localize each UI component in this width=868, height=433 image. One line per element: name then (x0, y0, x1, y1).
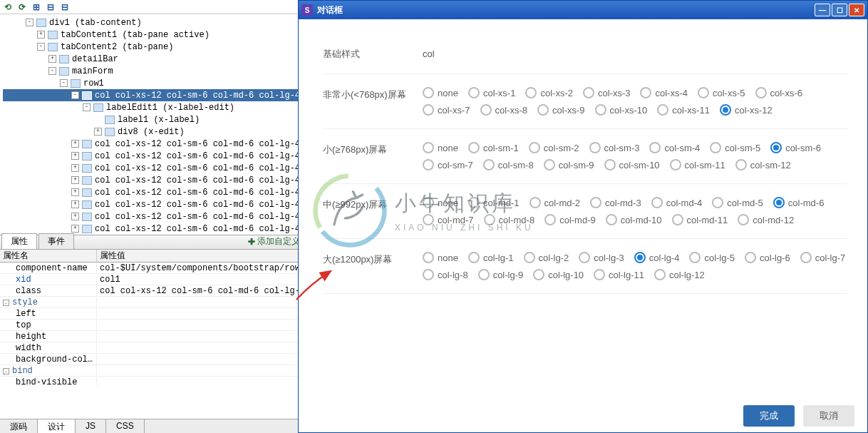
component-tree[interactable]: -div1 (tab-content)+tabContent1 (tab-pan… (0, 14, 313, 235)
radio-md-none[interactable]: none (423, 197, 458, 208)
radio-md-col-md-9[interactable]: col-md-9 (544, 214, 596, 225)
radio-xs-col-xs-4[interactable]: col-xs-4 (640, 87, 688, 98)
property-row[interactable]: classcol col-xs-12 col-sm-6 col-md-6 col… (0, 285, 313, 297)
radio-lg-col-lg-1[interactable]: col-lg-1 (468, 252, 514, 263)
property-value[interactable]: col1 (97, 275, 313, 285)
radio-xs-col-xs-2[interactable]: col-xs-2 (525, 87, 573, 98)
radio-lg-col-lg-5[interactable]: col-lg-5 (689, 252, 735, 263)
tab-js[interactable]: JS (76, 419, 106, 433)
radio-sm-col-sm-1[interactable]: col-sm-1 (468, 142, 519, 153)
radio-lg-col-lg-6[interactable]: col-lg-6 (745, 252, 790, 263)
tree-node[interactable]: +div8 (x-edit) (3, 126, 313, 138)
tree-node[interactable]: +col col-xs-12 col-sm-6 col-md-6 col-lg-… (3, 162, 313, 174)
radio-lg-col-lg-2[interactable]: col-lg-2 (524, 252, 569, 263)
group-toggle-icon[interactable]: - (3, 300, 9, 306)
collapse-toggle-icon[interactable]: - (60, 79, 68, 87)
tab-css[interactable]: CSS (106, 419, 145, 433)
radio-md-col-md-7[interactable]: col-md-7 (423, 214, 474, 225)
radio-md-col-md-11[interactable]: col-md-11 (672, 214, 728, 225)
minimize-button[interactable]: — (815, 4, 830, 16)
cancel-button[interactable]: 取消 (803, 405, 854, 427)
tree-node[interactable]: +col col-xs-12 col-sm-6 col-md-6 col-lg-… (3, 150, 313, 162)
property-row[interactable]: -bind (0, 365, 313, 377)
tree-node[interactable]: +col col-xs-12 col-sm-6 col-md-6 col-lg-… (3, 174, 313, 186)
radio-sm-col-sm-9[interactable]: col-sm-9 (544, 159, 594, 170)
expand-icon[interactable]: ⊞ (31, 2, 41, 12)
radio-md-col-md-4[interactable]: col-md-4 (651, 197, 703, 208)
radio-sm-col-sm-6[interactable]: col-sm-6 (770, 142, 821, 153)
tree-node[interactable]: +col col-xs-12 col-sm-6 col-md-6 col-lg-… (3, 210, 313, 223)
collapse-toggle-icon[interactable]: - (83, 103, 91, 111)
property-row[interactable]: width (0, 342, 313, 354)
radio-md-col-md-5[interactable]: col-md-5 (712, 197, 763, 208)
radio-xs-col-xs-6[interactable]: col-xs-6 (755, 87, 803, 98)
radio-sm-none[interactable]: none (423, 142, 458, 153)
tab-events[interactable]: 事件 (38, 233, 74, 249)
radio-md-col-md-2[interactable]: col-md-2 (529, 197, 581, 208)
radio-xs-col-xs-8[interactable]: col-xs-8 (480, 104, 528, 116)
radio-lg-col-lg-11[interactable]: col-lg-11 (594, 269, 644, 280)
tree-node[interactable]: label1 (x-label) (3, 113, 313, 126)
radio-lg-col-lg-9[interactable]: col-lg-9 (478, 269, 524, 280)
radio-xs-col-xs-12[interactable]: col-xs-12 (720, 104, 773, 116)
expand-toggle-icon[interactable]: + (71, 164, 79, 172)
radio-sm-col-sm-10[interactable]: col-sm-10 (604, 159, 660, 170)
radio-xs-col-xs-7[interactable]: col-xs-7 (423, 104, 470, 116)
radio-sm-col-sm-8[interactable]: col-sm-8 (483, 159, 534, 170)
radio-md-col-md-10[interactable]: col-md-10 (606, 214, 662, 225)
tree-node[interactable]: -tabContent2 (tab-pane) (3, 41, 313, 53)
radio-sm-col-sm-3[interactable]: col-sm-3 (589, 142, 640, 153)
property-grid[interactable]: component-namecol-$UI/system/components/… (0, 263, 313, 385)
radio-sm-col-sm-5[interactable]: col-sm-5 (710, 142, 760, 153)
tree-node[interactable]: -mainForm (3, 65, 313, 77)
expand-toggle-icon[interactable]: + (48, 55, 56, 63)
radio-lg-col-lg-7[interactable]: col-lg-7 (800, 252, 846, 263)
property-row[interactable]: bind-visible (0, 377, 313, 385)
expand-toggle-icon[interactable]: + (37, 31, 45, 39)
radio-md-col-md-12[interactable]: col-md-12 (738, 214, 794, 225)
expand-toggle-icon[interactable]: + (71, 176, 79, 184)
property-row[interactable]: height (0, 331, 313, 342)
property-row[interactable]: left (0, 308, 313, 320)
radio-xs-col-xs-10[interactable]: col-xs-10 (595, 104, 648, 116)
property-row[interactable]: background-col… (0, 354, 313, 365)
radio-xs-col-xs-3[interactable]: col-xs-3 (583, 87, 631, 98)
tree-node[interactable]: -div1 (tab-content) (3, 16, 313, 29)
radio-lg-col-lg-10[interactable]: col-lg-10 (533, 269, 584, 280)
collapse-toggle-icon[interactable]: - (26, 19, 33, 26)
expand-toggle-icon[interactable]: + (71, 200, 79, 208)
tree-node[interactable]: +detailBar (3, 53, 313, 65)
tab-design[interactable]: 设计 (38, 419, 76, 433)
property-row[interactable]: component-namecol-$UI/system/components/… (0, 263, 313, 274)
radio-xs-col-xs-1[interactable]: col-xs-1 (468, 87, 516, 98)
property-row[interactable]: top (0, 320, 313, 331)
radio-sm-col-sm-4[interactable]: col-sm-4 (649, 142, 700, 153)
property-row[interactable]: xidcol1 (0, 274, 313, 285)
tab-attributes[interactable]: 属性 (1, 233, 37, 249)
radio-lg-col-lg-12[interactable]: col-lg-12 (654, 269, 705, 280)
collapse-toggle-icon[interactable]: - (48, 67, 56, 75)
radio-sm-col-sm-7[interactable]: col-sm-7 (423, 159, 473, 170)
expand-toggle-icon[interactable]: + (71, 188, 79, 196)
expand-toggle-icon[interactable]: + (71, 152, 79, 160)
expand-toggle-icon[interactable]: + (71, 225, 79, 233)
close-button[interactable]: ✕ (849, 4, 864, 16)
group-toggle-icon[interactable]: - (3, 368, 9, 375)
radio-xs-col-xs-9[interactable]: col-xs-9 (537, 104, 585, 116)
radio-md-col-md-1[interactable]: col-md-1 (468, 197, 520, 208)
expand-toggle-icon[interactable]: + (94, 128, 102, 136)
expand-toggle-icon[interactable]: + (71, 140, 79, 148)
radio-sm-col-sm-12[interactable]: col-sm-12 (735, 159, 791, 170)
collapse-icon[interactable]: ⊟ (46, 2, 56, 12)
radio-sm-col-sm-11[interactable]: col-sm-11 (670, 159, 725, 170)
radio-lg-col-lg-4[interactable]: col-lg-4 (634, 252, 680, 263)
tree-node[interactable]: +col col-xs-12 col-sm-6 col-md-6 col-lg-… (3, 138, 313, 150)
tab-source[interactable]: 源码 (0, 419, 38, 433)
tree-node[interactable]: -col col-xs-12 col-sm-6 col-md-6 col-lg-… (3, 89, 313, 101)
property-row[interactable]: -style (0, 297, 313, 308)
radio-md-col-md-6[interactable]: col-md-6 (773, 197, 825, 208)
radio-sm-col-sm-2[interactable]: col-sm-2 (529, 142, 579, 153)
radio-lg-none[interactable]: none (423, 252, 458, 263)
undo-icon[interactable]: ⟲ (3, 2, 13, 12)
radio-xs-col-xs-5[interactable]: col-xs-5 (698, 87, 745, 98)
